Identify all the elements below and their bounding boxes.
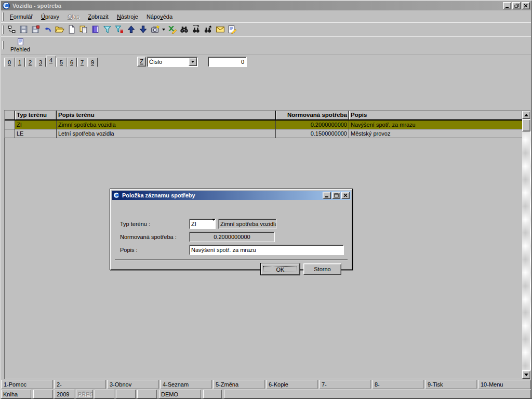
tab-0[interactable]: 0 [4,58,15,67]
fkey-9[interactable]: 9-Tisk [425,380,476,389]
panel-toolbar-grip[interactable] [2,41,4,49]
cell-popis[interactable]: Navýšení spotř. za mrazu [349,121,522,129]
camera-button[interactable] [149,24,161,35]
menu-napoveda[interactable]: Nápověda [142,12,177,21]
filter-value-input[interactable]: 0 [208,57,247,67]
export-edit-button[interactable] [166,24,178,35]
function-key-bar: 1-Pomoc 2- 3-Obnov 4-Seznam 5-Změna 6-Ko… [1,380,531,389]
hierarchy-button[interactable] [6,24,18,35]
notes-edit-icon [228,25,237,34]
undo-button[interactable] [42,24,54,35]
combo-dropdown-button[interactable] [212,221,215,227]
menu-upravy[interactable]: Úpravy [37,12,63,21]
tab-9[interactable]: 9 [87,58,98,67]
dialog-maximize-button[interactable] [332,192,340,199]
tab-6[interactable]: 6 [66,58,77,67]
normovana-field[interactable]: 0.2000000000 [189,232,275,242]
typ-terenu-combo[interactable]: ZI [189,219,216,229]
tab-4[interactable]: 4 [46,56,56,67]
tab-7[interactable]: 7 [77,58,87,67]
header-popis[interactable]: Popis [349,111,522,119]
close-icon [343,193,348,197]
find-next-button[interactable] [202,24,214,35]
dialog-title: Položka záznamu spotřeby [122,192,322,198]
dialog-minimize-button[interactable] [323,192,331,199]
vertical-scrollbar[interactable] [522,111,530,379]
row-selector-cell[interactable] [5,129,15,138]
find-previous-button[interactable] [190,24,202,35]
toolbar-grip[interactable] [2,25,4,34]
tab-1[interactable]: 1 [15,58,25,67]
cell-popis-terenu[interactable]: Letní spotřeba vozidla [57,129,276,138]
fkey-1[interactable]: 1-Pomoc [1,380,52,389]
new-button[interactable] [65,24,77,35]
filter-edit-button[interactable] [113,24,125,35]
triangle-up-icon [524,112,528,116]
move-up-button[interactable] [125,24,137,35]
ok-button[interactable]: OK [261,263,300,275]
export-edit-icon [168,25,177,34]
menu-olap: Olap [63,12,84,21]
scrollbar-thumb[interactable] [522,119,530,131]
minimize-button[interactable] [503,2,511,9]
filter-icon [103,25,112,34]
menubar-grip[interactable] [2,12,4,21]
combo-dropdown-button[interactable] [189,58,197,66]
header-typ-terenu[interactable]: Typ terénu [15,111,57,119]
header-popis-terenu[interactable]: Popis terénu [57,111,276,119]
field-selector-combo[interactable]: Číslo [147,57,198,67]
notes-button[interactable] [226,24,238,35]
mail-button[interactable] [214,24,226,35]
menu-bar: Formulář Úpravy Olap Zobrazit Nástroje N… [1,11,531,22]
save-record-button[interactable] [30,24,42,35]
fkey-7[interactable]: 7- [319,380,370,389]
status-cell [224,390,531,398]
cell-normovana[interactable]: 0.2000000000 [276,121,349,129]
dialog-close-button[interactable] [341,192,350,199]
dialog-popis-field[interactable]: Navýšení spotř. za mrazu [189,245,344,255]
open-button[interactable] [54,24,65,35]
header-normovana-spotreba[interactable]: Normovaná spotřeba [276,111,349,119]
copy-button[interactable] [77,24,89,35]
fkey-2[interactable]: 2- [54,380,105,389]
fkey-3[interactable]: 3-Obnov [107,380,158,389]
cell-normovana[interactable]: 0.1500000000 [276,129,349,138]
app-logo-icon [2,2,10,10]
fkey-4[interactable]: 4-Seznam [160,380,211,389]
scroll-down-button[interactable] [522,370,530,379]
restore-button[interactable] [512,2,521,9]
fkey-8[interactable]: 8- [372,380,423,389]
fkey-6[interactable]: 6-Kopie [266,380,317,389]
find-button[interactable] [178,24,190,35]
cell-popis-terenu[interactable]: Zimní spotřeba vozidla [57,121,276,129]
move-down-button[interactable] [137,24,149,35]
status-cell [137,390,157,398]
cell-typ[interactable]: LE [15,129,57,138]
close-button[interactable] [522,2,530,9]
tab-2[interactable]: 2 [25,58,35,67]
filter-button[interactable] [101,24,113,35]
cell-typ[interactable]: ZI [15,121,57,129]
tab-5[interactable]: 5 [56,58,66,67]
save-button[interactable] [18,24,30,35]
storno-button[interactable]: Storno [303,263,341,275]
menu-nastroje[interactable]: Nástroje [113,12,142,21]
menu-formular[interactable]: Formulář [6,12,37,21]
z-filter-button[interactable]: Z [137,57,146,66]
scrollbar-track[interactable] [522,131,530,370]
menu-zobrazit[interactable]: Zobrazit [84,12,113,21]
arrow-up-icon [127,25,136,34]
prehled-button[interactable]: Přehled [6,37,35,54]
camera-dropdown-arrow[interactable] [161,24,166,35]
tab-3[interactable]: 3 [35,58,46,67]
notebook-button[interactable] [89,24,101,35]
table-row[interactable]: ZI Zimní spotřeba vozidla 0.2000000000 N… [5,121,522,129]
status-year: 2009 [55,390,74,398]
row-selector-cell[interactable] [5,121,15,129]
scroll-up-button[interactable] [522,111,530,119]
open-folder-icon [55,25,64,34]
table-row[interactable]: LE Letní spotřeba vozidla 0.1500000000 M… [5,129,522,138]
cell-popis[interactable]: Městský provoz [349,129,522,138]
fkey-10[interactable]: 10-Menu [478,380,531,389]
fkey-5[interactable]: 5-Změna [213,380,264,389]
